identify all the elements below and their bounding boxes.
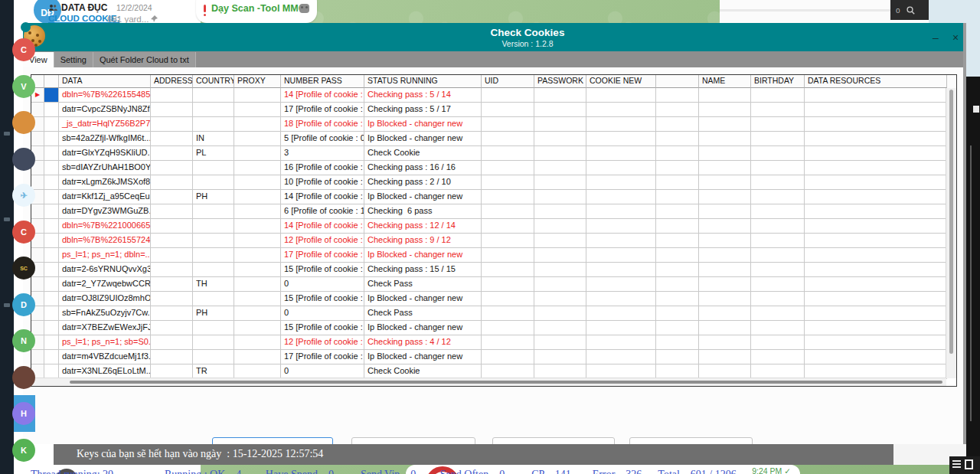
grid-cell[interactable] (805, 204, 947, 219)
grid-cell[interactable] (482, 234, 534, 248)
grid-cell[interactable] (151, 117, 193, 132)
grid-cell[interactable]: 0 (281, 277, 364, 292)
grid-cell[interactable] (534, 292, 586, 306)
chat-avatar[interactable] (12, 366, 35, 389)
grid-cell[interactable] (482, 132, 534, 146)
grid-cell[interactable]: sb=42a2Zfjl-WfkgIM6t... (59, 132, 151, 146)
chat-avatar[interactable]: D (12, 293, 35, 316)
grid-cell[interactable] (44, 132, 59, 146)
grid-cell[interactable] (805, 263, 947, 277)
grid-cell[interactable] (44, 350, 59, 364)
grid-cell[interactable]: TH (193, 277, 234, 292)
column-header[interactable]: DATA (59, 75, 151, 88)
grid-cell[interactable] (193, 248, 234, 263)
grid-cell[interactable]: datr=GlxYZqH9SKliUD... (59, 146, 151, 161)
grid-cell[interactable] (805, 350, 947, 364)
grid-cell[interactable]: 18 [Profile of cookie : 3] (281, 117, 364, 132)
grid-cell[interactable]: 15 [Profile of cookie : 1] (281, 292, 364, 306)
column-header[interactable]: UID (482, 75, 534, 88)
grid-cell[interactable] (44, 103, 59, 117)
grid-cell[interactable] (534, 204, 586, 219)
column-header[interactable]: STATUS RUNNING (364, 75, 482, 88)
grid-cell[interactable]: Check Cookie (364, 146, 482, 161)
grid-cell[interactable] (805, 306, 947, 321)
column-header[interactable]: ADDRESS (151, 75, 193, 88)
grid-cell[interactable] (482, 219, 534, 234)
grid-cell[interactable] (805, 146, 947, 161)
grid-cell[interactable]: 15 [Profile of cookie : 0] (281, 321, 364, 335)
column-header[interactable]: DATA RESOURCES (805, 75, 947, 88)
grid-cell[interactable]: 17 [Profile of cookie : 4] (281, 350, 364, 364)
grid-cell[interactable] (805, 219, 947, 234)
grid-cell[interactable] (193, 350, 234, 364)
chat-avatar[interactable]: N (12, 329, 35, 352)
grid-cell[interactable] (534, 190, 586, 204)
grid-cell[interactable] (482, 263, 534, 277)
vertical-scrollbar-thumb[interactable] (949, 90, 953, 354)
grid-cell[interactable] (751, 292, 805, 306)
grid-cell[interactable] (699, 190, 751, 204)
column-header[interactable]: PASSWORK (534, 75, 586, 88)
grid-cell[interactable] (44, 204, 59, 219)
grid-cell[interactable] (151, 146, 193, 161)
grid-cell[interactable]: 12 [Profile of cookie : 2] (281, 335, 364, 350)
grid-cell[interactable] (234, 234, 281, 248)
grid-cell[interactable] (656, 335, 699, 350)
grid-cell[interactable]: 5 [Profile of cookie : 0] (281, 132, 364, 146)
grid-cell[interactable] (656, 219, 699, 234)
chat-avatar[interactable]: C (12, 38, 35, 61)
table-row[interactable]: datr=X7BEZwEWexJjFJ5...15 [Profile of co… (31, 321, 956, 335)
grid-cell[interactable] (699, 292, 751, 306)
grid-cell[interactable] (586, 306, 656, 321)
grid-cell[interactable] (534, 103, 586, 117)
grid-cell[interactable] (151, 234, 193, 248)
grid-cell[interactable] (151, 292, 193, 306)
table-row[interactable]: dbln=%7B%221000665...14 [Profile of cook… (31, 219, 956, 234)
grid-cell[interactable] (699, 248, 751, 263)
minimize-button[interactable]: – (926, 30, 945, 45)
column-header[interactable] (44, 75, 59, 88)
row-header-cell[interactable] (31, 175, 44, 190)
grid-cell[interactable] (234, 190, 281, 204)
grid-cell[interactable] (44, 321, 59, 335)
grid-cell[interactable] (699, 175, 751, 190)
grid-cell[interactable] (751, 335, 805, 350)
column-header[interactable] (656, 75, 699, 88)
grid-cell[interactable]: 6 [Profile of cookie : 1] (281, 204, 364, 219)
grid-cell[interactable] (234, 117, 281, 132)
grid-cell[interactable] (586, 88, 656, 103)
grid-cell[interactable] (534, 219, 586, 234)
grid-cell[interactable] (656, 117, 699, 132)
grid-cell[interactable] (482, 88, 534, 103)
table-row[interactable]: ps_l=1; ps_n=1; dbln=...17 [Profile of c… (31, 248, 956, 263)
table-row[interactable]: datr=2_Y7ZwqebwCCR...TH0Check Pass (31, 277, 956, 292)
grid-cell[interactable] (44, 248, 59, 263)
window-titlebar[interactable]: Check Cookies Version : 1.2.8 – × (23, 23, 963, 51)
grid-cell[interactable]: 14 [Profile of cookie : 1] (281, 190, 364, 204)
grid-cell[interactable] (586, 204, 656, 219)
grid-cell[interactable]: 10 [Profile of cookie : 0] (281, 175, 364, 190)
grid-cell[interactable] (482, 161, 534, 175)
grid-cell[interactable] (656, 175, 699, 190)
grid-cell[interactable] (656, 263, 699, 277)
grid-cell[interactable] (234, 263, 281, 277)
grid-cell[interactable] (534, 88, 586, 103)
grid-cell[interactable] (805, 103, 947, 117)
grid-cell[interactable]: 15 [Profile of cookie : 1] (281, 263, 364, 277)
square-icon[interactable] (965, 459, 973, 469)
grid-cell[interactable] (193, 335, 234, 350)
grid-cell[interactable] (699, 219, 751, 234)
grid-cell[interactable]: Checking pass : 12 / 14 (364, 219, 482, 234)
grid-cell[interactable] (44, 263, 59, 277)
row-header-cell[interactable] (31, 321, 44, 335)
folder-item[interactable] (4, 303, 10, 307)
vertical-scrollbar[interactable] (946, 88, 956, 378)
grid-cell[interactable] (44, 88, 59, 103)
row-header-cell[interactable] (31, 103, 44, 117)
grid-cell[interactable] (656, 146, 699, 161)
column-header[interactable]: COUNTRY (193, 75, 234, 88)
grid-cell[interactable] (482, 190, 534, 204)
column-header[interactable]: PROXY (234, 75, 281, 88)
grid-cell[interactable] (534, 161, 586, 175)
grid-cell[interactable] (193, 219, 234, 234)
